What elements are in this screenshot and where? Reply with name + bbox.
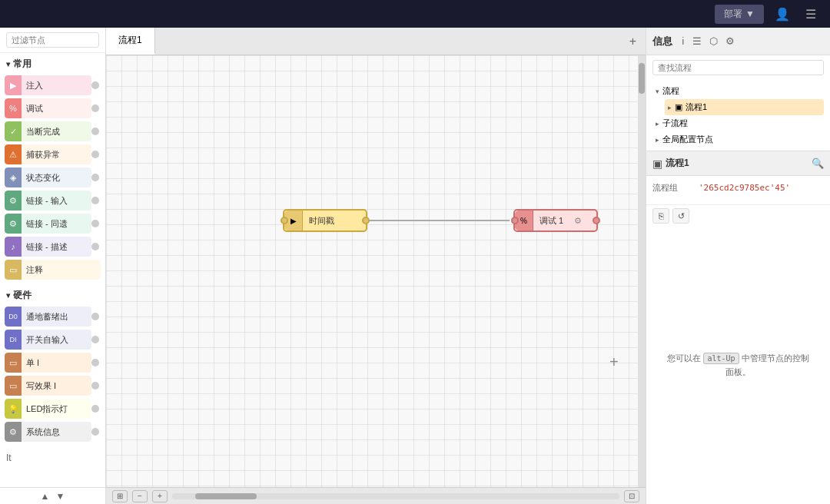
- gpio-out-port: [91, 313, 99, 320]
- sidebar-common-items: ▶ 注入 % 调试 ✓ 当断完成 ⚠ 捕获异常: [0, 74, 105, 284]
- inject-port: [91, 81, 99, 89]
- rpanel-search-input[interactable]: [652, 60, 824, 75]
- catch-icon: ⚠: [5, 144, 22, 164]
- rpanel-hint-text: 您可以在 alt-Up 中管理节点的控制面板。: [667, 352, 808, 379]
- sidebar-item-status[interactable]: ◈ 状态变化: [5, 167, 101, 187]
- catch-label: 捕获异常: [22, 144, 91, 164]
- sidebar-item-link-in[interactable]: ⚙ 链接 - 输入: [5, 191, 101, 211]
- link-out-icon: ⚙: [5, 214, 22, 234]
- gpio-out-icon: D0: [5, 307, 22, 327]
- rpanel-search-area: [646, 55, 830, 80]
- sidebar: ▾ 常用 ▶ 注入 % 调试 ✓ 当断完成: [0, 28, 106, 504]
- timer-port-left: [281, 217, 288, 224]
- user-button[interactable]: 👤: [770, 5, 795, 23]
- sidebar-search-area: [0, 28, 105, 53]
- sidebar-item-link-call[interactable]: ♪ 链接 - 描述: [5, 237, 101, 257]
- sidebar-scroll-down[interactable]: ▼: [56, 491, 65, 502]
- status-label: 状态变化: [22, 167, 91, 187]
- sidebar-item-sysinfo[interactable]: ⚙ 系统信息: [5, 422, 101, 442]
- sidebar-item-catch[interactable]: ⚠ 捕获异常: [5, 144, 101, 164]
- node-timer[interactable]: ▶ 时间戳: [283, 209, 367, 232]
- hscroll-thumb[interactable]: [195, 493, 257, 499]
- sidebar-item-relay[interactable]: ▭ 单 I: [5, 353, 101, 373]
- complete-label: 当断完成: [22, 121, 91, 141]
- rpanel-info-btn[interactable]: ⅰ: [680, 34, 686, 48]
- sidebar-item-relay2[interactable]: ▭ 写效果 I: [5, 376, 101, 396]
- zoom-in-button[interactable]: +: [152, 490, 168, 502]
- tree-flow1[interactable]: ▸ ▣ 流程1: [665, 99, 824, 115]
- right-panel: 信息 ⅰ ☰ ⬡ ⚙ ▾ 流程 ▸ ▣ 流程1: [646, 28, 830, 504]
- tab-flow1-label: 流程1: [118, 34, 142, 47]
- rpanel-bottom-icon: ▣: [652, 158, 662, 170]
- rpanel-settings-btn[interactable]: ⚙: [724, 34, 736, 48]
- sidebar-item-comment[interactable]: ▭ 注释: [5, 260, 101, 280]
- canvas-hscroll[interactable]: [172, 493, 619, 499]
- common-section-arrow: ▾: [6, 60, 10, 68]
- sidebar-it-label: It: [0, 446, 105, 469]
- sidebar-item-gpio-out[interactable]: D0 通地蓄绪出: [5, 307, 101, 327]
- tab-flow1[interactable]: 流程1: [106, 28, 155, 55]
- deploy-button[interactable]: 部署 ▼: [715, 5, 764, 24]
- sidebar-item-debug[interactable]: % 调试: [5, 98, 101, 118]
- led-port: [91, 405, 99, 413]
- flow-section-arrow: ▾: [656, 88, 659, 95]
- global-nodes-arrow: ▸: [656, 136, 659, 144]
- zoom-out-button[interactable]: −: [132, 490, 148, 502]
- inject-label: 注入: [22, 75, 91, 95]
- flow-section-label: 流程: [662, 85, 679, 97]
- debug-port: [91, 104, 99, 112]
- canvas[interactable]: ▶ 时间戳 % 调试 1 ⚙ +: [106, 55, 638, 487]
- sidebar-item-link-out[interactable]: ⚙ 链接 - 同遗: [5, 214, 101, 234]
- debug-body: % 调试 1 ⚙: [515, 211, 596, 230]
- sidebar-section-common[interactable]: ▾ 常用: [0, 53, 105, 74]
- sidebar-content: ▾ 常用 ▶ 注入 % 调试 ✓ 当断完成: [0, 53, 105, 487]
- topbar: 部署 ▼ 👤 ☰: [0, 0, 830, 28]
- timer-label: 时间戳: [303, 215, 340, 227]
- relay-icon: ▭: [5, 353, 22, 373]
- complete-icon: ✓: [5, 121, 22, 141]
- rpanel-list-btn[interactable]: ☰: [691, 34, 703, 48]
- sidebar-section-hardware[interactable]: ▾ 硬件: [0, 284, 105, 305]
- rpanel-copy-btn[interactable]: ⎘: [652, 208, 669, 224]
- canvas-extra-button[interactable]: ⊡: [624, 490, 639, 502]
- debug-port-right: [593, 217, 600, 224]
- tab-add-button[interactable]: +: [620, 28, 646, 55]
- comment-icon: ▭: [5, 260, 22, 280]
- prop-key-id: 流程组: [652, 182, 699, 194]
- sidebar-item-inject[interactable]: ▶ 注入: [5, 75, 101, 95]
- rpanel-refresh-btn[interactable]: ↺: [672, 208, 689, 224]
- tree-flow-group: ▸ ▣ 流程1: [665, 99, 824, 115]
- sidebar-item-led[interactable]: 💡 LED指示灯: [5, 399, 101, 419]
- sidebar-item-gpio-in[interactable]: DI 开关自输入: [5, 330, 101, 350]
- link-in-port: [91, 197, 99, 204]
- canvas-vscroll[interactable]: [638, 55, 646, 487]
- debug-icon: %: [5, 98, 22, 118]
- sidebar-scroll-up[interactable]: ▲: [41, 491, 50, 502]
- rpanel-header: 信息 ⅰ ☰ ⬡ ⚙: [646, 28, 830, 55]
- complete-port: [91, 128, 99, 135]
- sysinfo-label: 系统信息: [22, 422, 91, 442]
- node-debug[interactable]: % 调试 1 ⚙: [513, 209, 598, 232]
- sidebar-item-complete[interactable]: ✓ 当断完成: [5, 121, 101, 141]
- hardware-section-arrow: ▾: [6, 291, 10, 300]
- status-icon: ◈: [5, 167, 22, 187]
- zoom-fit-button[interactable]: ⊞: [112, 490, 128, 502]
- rpanel-bottom-title: 流程1: [666, 157, 808, 170]
- main-layout: ▾ 常用 ▶ 注入 % 调试 ✓ 当断完成: [0, 28, 830, 504]
- tree-global-nodes[interactable]: ▸ 全局配置节点: [652, 131, 824, 148]
- hint-kbd: alt-Up: [703, 353, 739, 364]
- tree-subflow[interactable]: ▸ 子流程: [652, 115, 824, 131]
- rpanel-bottom-search-btn[interactable]: 🔍: [812, 158, 824, 169]
- timer-port-right: [362, 217, 370, 224]
- debug-settings-icon[interactable]: ⚙: [569, 211, 586, 230]
- rpanel-bottom: ▣ 流程1 🔍 流程组 '265cd2c9785ec'45' ⎘ ↺ 您可以在 …: [646, 151, 830, 504]
- tree-flow-section[interactable]: ▾ 流程: [652, 83, 824, 99]
- hamburger-button[interactable]: ☰: [801, 5, 821, 23]
- gpio-out-label: 通地蓄绪出: [22, 307, 91, 327]
- search-input[interactable]: [6, 32, 99, 48]
- canvas-container: ▶ 时间戳 % 调试 1 ⚙ +: [106, 55, 646, 487]
- catch-port: [91, 151, 99, 158]
- rpanel-hex-btn[interactable]: ⬡: [708, 34, 719, 48]
- led-icon: 💡: [5, 399, 22, 419]
- vscroll-thumb[interactable]: [639, 63, 645, 94]
